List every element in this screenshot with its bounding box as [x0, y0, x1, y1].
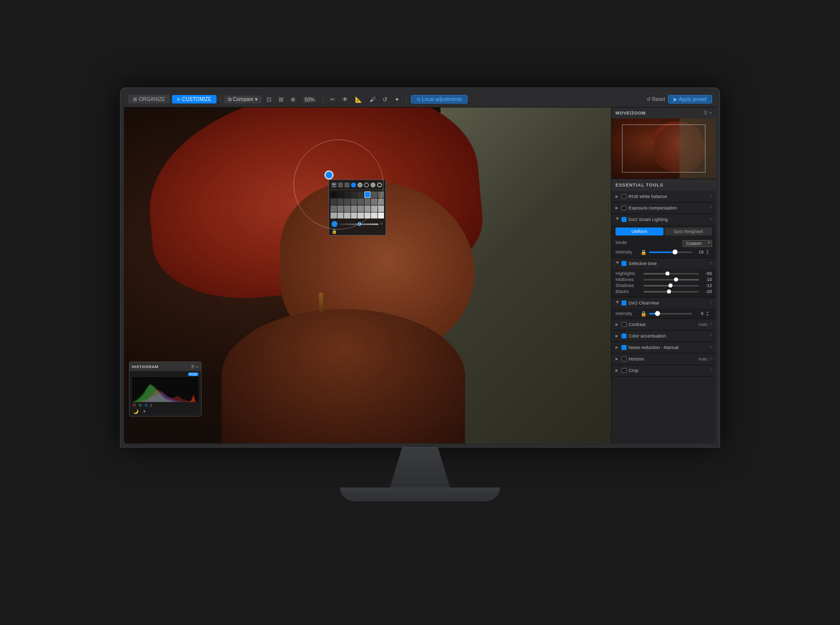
eye-icon[interactable]: 👁 [340, 95, 350, 104]
toolbar-right: ↺ Reset ▶ Apply preset [646, 95, 712, 104]
mode-dropdown[interactable]: Custom Slight Medium Strong [682, 240, 712, 247]
histogram-exposure-icons: 🌙 ✦ [132, 408, 198, 414]
help-icon-noise: ? [710, 345, 712, 350]
midtones-slider[interactable] [644, 279, 699, 280]
grid-cell [344, 212, 350, 219]
histogram-r-label: R [133, 403, 136, 408]
midtones-thumb [674, 278, 678, 282]
tool-row-clearview[interactable]: ▶ DxO ClearView ? [612, 298, 716, 308]
tool-row-noise[interactable]: ▶ Noise reduction - Manual ? [612, 342, 716, 353]
highlights-slider[interactable] [644, 273, 699, 274]
cal-icon-5[interactable] [358, 182, 362, 188]
checkbox-contrast[interactable] [622, 322, 626, 327]
help-icon-selective-tone: ? [710, 261, 712, 266]
tool-row-contrast[interactable]: ▶ Contrast Auto ? [612, 319, 716, 330]
zoom-in-icon[interactable]: ⊕ [288, 95, 298, 104]
grid-cell-selected[interactable] [364, 192, 371, 198]
help-icon-smart-lighting: ? [710, 217, 712, 222]
tool-row-horizon[interactable]: ▶ Horizon Auto ? [612, 354, 716, 364]
grid-cell [364, 212, 371, 219]
blacks-row: Blacks -20 [616, 289, 712, 294]
histogram-header: HISTOGRAM ☰ × [130, 362, 201, 371]
help-icon-rgb-wb: ? [710, 194, 712, 199]
clearview-lock-icon: 🔒 [640, 311, 646, 316]
cal-dot-btn[interactable] [332, 221, 338, 227]
step-down-btn[interactable]: ▼ [706, 252, 712, 255]
zoom-label-btn[interactable]: 50% [300, 95, 318, 104]
grid-cell [338, 192, 344, 198]
tab-spot-weighted[interactable]: Spot Weighted [664, 228, 712, 236]
shadows-slider[interactable] [644, 285, 699, 286]
cal-icon-4[interactable] [351, 182, 356, 188]
grid-icon: ⊞ [133, 96, 137, 102]
preview-viewport[interactable] [622, 124, 706, 172]
checkbox-exposure[interactable] [622, 206, 626, 210]
expand-icon-selective-tone: ▶ [616, 262, 620, 266]
tool-section-selective-tone: ▶ Selective tone ? Highlights [612, 258, 716, 298]
calibration-slider-row: ↺ [329, 220, 386, 228]
sliders-icon: ≡ [177, 96, 180, 102]
histogram-menu-btn[interactable]: ☰ [191, 364, 194, 369]
grid-cell [344, 198, 350, 205]
clearview-step-down[interactable]: ▼ [706, 314, 712, 316]
checkbox-horizon[interactable] [622, 356, 626, 362]
intensity-slider-thumb [672, 250, 678, 254]
clearview-slider[interactable] [649, 313, 692, 314]
cal-slider-track[interactable] [339, 224, 378, 225]
cal-icon-1[interactable]: 📷 [332, 182, 336, 188]
checkbox-crop[interactable] [622, 368, 626, 373]
tool-row-exposure[interactable]: ▶ Exposure compensation ? [612, 202, 716, 214]
apply-preset-button[interactable]: ▶ Apply preset [668, 95, 712, 104]
cal-icon-2[interactable] [338, 182, 343, 188]
fit-icon[interactable]: ⊞ [276, 95, 286, 104]
grid-cell [358, 206, 364, 212]
cal-icon-3[interactable] [344, 182, 350, 188]
intensity-slider[interactable] [649, 252, 692, 253]
local-adj-icon: ⊙ [416, 96, 420, 102]
reset-button[interactable]: ↺ Reset [646, 96, 665, 102]
tab-customize[interactable]: ≡ CUSTOMIZE [172, 95, 216, 104]
checkbox-smart-lighting[interactable] [622, 217, 626, 222]
blacks-slider[interactable] [644, 291, 699, 292]
smart-lighting-body: Uniform Spot Weighted Mode Custom [612, 225, 716, 258]
checkbox-clearview[interactable] [622, 300, 626, 306]
checkbox-noise[interactable] [622, 345, 626, 350]
grid-cell [378, 192, 384, 198]
cal-undo-icon[interactable]: ↺ [380, 222, 383, 226]
blacks-thumb [667, 290, 671, 294]
grid-cell [330, 198, 337, 205]
compare-button[interactable]: ⧉ Compare ▾ [224, 96, 262, 104]
tool-row-color-accent[interactable]: ▶ Color accentuation ? [612, 330, 716, 342]
tab-uniform[interactable]: Uniform [616, 228, 664, 236]
histogram-g-label: G [139, 403, 142, 408]
tool-row-selective-tone[interactable]: ▶ Selective tone ? [612, 258, 716, 269]
measure-icon[interactable]: 📐 [353, 95, 364, 104]
move-zoom-menu-icon[interactable]: ☰ [704, 110, 708, 116]
brush-icon[interactable]: 🖌 [368, 95, 378, 104]
reset-icon: ↺ [646, 96, 650, 102]
tool-row-rgb-wb[interactable]: ▶ RGB white balance ? [612, 191, 716, 202]
tool-section-contrast: ▶ Contrast Auto ? [612, 319, 716, 330]
calibration-center-dot[interactable] [324, 170, 334, 180]
cal-icon-7[interactable] [370, 182, 376, 188]
checkbox-selective-tone[interactable] [622, 261, 626, 266]
grid-cell [344, 206, 350, 212]
local-adjustments-button[interactable]: ⊙ Local adjustments [411, 95, 468, 104]
tool-row-smart-lighting[interactable]: ▶ DxO Smart Lighting ? [612, 214, 716, 225]
checkbox-color-accent[interactable] [622, 334, 626, 338]
tool-section-clearview: ▶ DxO ClearView ? Intensity 🔒 [612, 298, 716, 319]
crop-tool-icon[interactable]: ✂ [328, 95, 337, 104]
move-zoom-close-icon[interactable]: × [710, 110, 712, 116]
cal-icon-6[interactable] [364, 182, 369, 188]
checkbox-rgb-wb[interactable] [622, 194, 626, 199]
expand-icon-clearview: ▶ [616, 301, 620, 305]
tab-organize[interactable]: ⊞ ORGANIZE [128, 95, 170, 104]
star-icon[interactable]: ✦ [392, 95, 402, 104]
full-screen-icon[interactable]: ⊡ [264, 95, 274, 104]
dropdown-arrow-icon: ▾ [255, 96, 258, 102]
histogram-close-btn[interactable]: × [196, 364, 198, 369]
cal-icon-8[interactable] [377, 182, 382, 188]
tool-row-crop[interactable]: ▶ Crop ? [612, 365, 716, 376]
grid-cell [371, 212, 378, 219]
rotate-icon[interactable]: ↺ [380, 95, 390, 104]
